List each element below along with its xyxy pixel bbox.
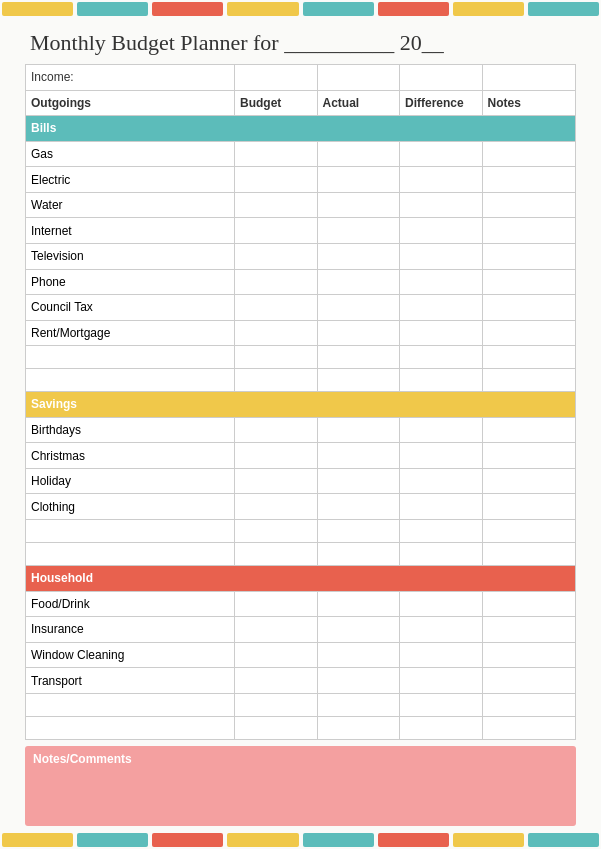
- bottom-deco-bar: [0, 831, 601, 849]
- row-actual[interactable]: [317, 192, 400, 218]
- row-budget[interactable]: [235, 443, 318, 469]
- row-budget[interactable]: [235, 141, 318, 167]
- row-notes[interactable]: [482, 494, 576, 520]
- row-diff[interactable]: [400, 443, 483, 469]
- row-budget[interactable]: [235, 167, 318, 193]
- row-diff[interactable]: [400, 320, 483, 346]
- main-content: Income: Outgoings Budget Actual Differen…: [0, 64, 601, 831]
- row-notes[interactable]: [482, 417, 576, 443]
- row-budget[interactable]: [235, 494, 318, 520]
- row-diff[interactable]: [400, 468, 483, 494]
- row-budget[interactable]: [235, 591, 318, 617]
- row-diff[interactable]: [400, 617, 483, 643]
- row-actual[interactable]: [317, 494, 400, 520]
- income-actual[interactable]: [317, 65, 400, 91]
- row-notes[interactable]: [482, 320, 576, 346]
- row-budget[interactable]: [235, 417, 318, 443]
- row-budget[interactable]: [235, 668, 318, 694]
- row-diff[interactable]: [400, 668, 483, 694]
- deco-seg: [2, 833, 73, 847]
- income-budget[interactable]: [235, 65, 318, 91]
- row-budget[interactable]: [235, 243, 318, 269]
- income-notes[interactable]: [482, 65, 576, 91]
- deco-seg: [152, 2, 223, 16]
- row-notes[interactable]: [482, 295, 576, 321]
- row-notes[interactable]: [482, 443, 576, 469]
- row-budget[interactable]: [235, 218, 318, 244]
- row-budget[interactable]: [235, 192, 318, 218]
- row-actual[interactable]: [317, 243, 400, 269]
- row-diff[interactable]: [400, 417, 483, 443]
- row-notes[interactable]: [482, 668, 576, 694]
- row-label: Window Cleaning: [26, 642, 235, 668]
- row-actual[interactable]: [317, 468, 400, 494]
- row-diff[interactable]: [400, 192, 483, 218]
- row-actual[interactable]: [317, 617, 400, 643]
- top-deco-bar: [0, 0, 601, 18]
- row-budget[interactable]: [235, 269, 318, 295]
- row-diff[interactable]: [400, 218, 483, 244]
- table-row: Gas: [26, 141, 576, 167]
- row-notes[interactable]: [482, 642, 576, 668]
- category-bills: Bills: [26, 116, 576, 142]
- row-actual[interactable]: [317, 591, 400, 617]
- row-actual[interactable]: [317, 642, 400, 668]
- row-diff[interactable]: [400, 494, 483, 520]
- row-notes[interactable]: [482, 243, 576, 269]
- income-diff[interactable]: [400, 65, 483, 91]
- row-notes[interactable]: [482, 591, 576, 617]
- row-diff[interactable]: [400, 642, 483, 668]
- row-label: Transport: [26, 668, 235, 694]
- empty-row: [26, 346, 576, 369]
- title-area: Monthly Budget Planner for __________ 20…: [0, 18, 601, 64]
- row-label: Clothing: [26, 494, 235, 520]
- deco-seg: [77, 2, 148, 16]
- row-budget[interactable]: [235, 617, 318, 643]
- row-actual[interactable]: [317, 417, 400, 443]
- table-row: Transport: [26, 668, 576, 694]
- row-actual[interactable]: [317, 443, 400, 469]
- deco-seg: [152, 833, 223, 847]
- row-notes[interactable]: [482, 269, 576, 295]
- row-budget[interactable]: [235, 295, 318, 321]
- row-notes[interactable]: [482, 218, 576, 244]
- row-diff[interactable]: [400, 167, 483, 193]
- row-diff[interactable]: [400, 269, 483, 295]
- row-diff[interactable]: [400, 141, 483, 167]
- row-budget[interactable]: [235, 642, 318, 668]
- row-label: Food/Drink: [26, 591, 235, 617]
- row-notes[interactable]: [482, 167, 576, 193]
- row-actual[interactable]: [317, 167, 400, 193]
- deco-seg: [453, 833, 524, 847]
- row-label: Birthdays: [26, 417, 235, 443]
- deco-seg: [227, 833, 298, 847]
- row-budget[interactable]: [235, 468, 318, 494]
- row-notes[interactable]: [482, 468, 576, 494]
- row-diff[interactable]: [400, 243, 483, 269]
- col-budget: Budget: [235, 90, 318, 116]
- col-outgoings: Outgoings: [26, 90, 235, 116]
- row-label: Christmas: [26, 443, 235, 469]
- table-row: Christmas: [26, 443, 576, 469]
- category-savings: Savings: [26, 392, 576, 418]
- row-notes[interactable]: [482, 617, 576, 643]
- row-label: Television: [26, 243, 235, 269]
- col-actual: Actual: [317, 90, 400, 116]
- row-actual[interactable]: [317, 295, 400, 321]
- row-diff[interactable]: [400, 591, 483, 617]
- row-actual[interactable]: [317, 218, 400, 244]
- row-notes[interactable]: [482, 192, 576, 218]
- row-budget[interactable]: [235, 320, 318, 346]
- row-actual[interactable]: [317, 141, 400, 167]
- row-label: Rent/Mortgage: [26, 320, 235, 346]
- table-row: Electric: [26, 167, 576, 193]
- row-label: Insurance: [26, 617, 235, 643]
- row-label: Holiday: [26, 468, 235, 494]
- row-diff[interactable]: [400, 295, 483, 321]
- row-actual[interactable]: [317, 269, 400, 295]
- row-actual[interactable]: [317, 320, 400, 346]
- row-actual[interactable]: [317, 668, 400, 694]
- table-row: Clothing: [26, 494, 576, 520]
- household-label: Household: [26, 566, 576, 592]
- row-notes[interactable]: [482, 141, 576, 167]
